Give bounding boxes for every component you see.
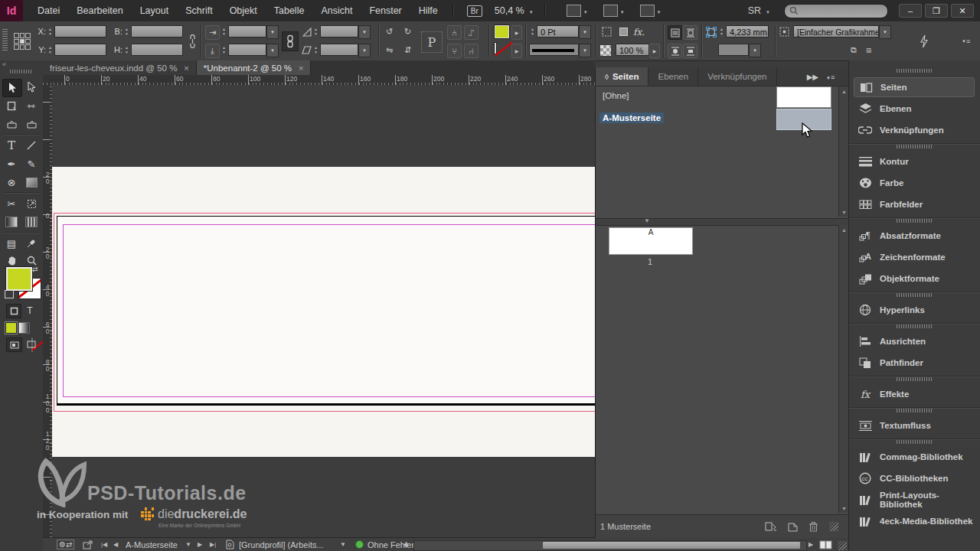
fill-swatch[interactable] <box>6 267 32 291</box>
scale-x-spinner[interactable] <box>220 25 227 38</box>
master-name-selected[interactable]: A-Musterseite <box>599 112 664 123</box>
scroll-right-icon[interactable]: ▶ <box>808 539 813 550</box>
gradient-feather-tool[interactable] <box>22 214 41 230</box>
panel-grip[interactable] <box>2 29 8 52</box>
object-style-dropdown[interactable] <box>879 25 891 39</box>
scale-y-dropdown[interactable] <box>266 44 279 57</box>
dock-item-zeichenformate[interactable]: A Zeichenformate <box>854 247 975 267</box>
master-name[interactable]: [Ohne] <box>599 90 632 101</box>
rotation-angle-field[interactable] <box>320 25 358 37</box>
page[interactable] <box>57 216 595 406</box>
wrap-jump-button[interactable] <box>683 44 697 58</box>
object-style-field[interactable]: [Einfacher Grafikrahmen]+ <box>793 25 879 37</box>
wrap-object-shape-button[interactable] <box>668 44 682 58</box>
spread-view-button[interactable] <box>819 539 833 550</box>
dock-item-pathfinder[interactable]: Pathfinder <box>854 353 975 373</box>
maximize-button[interactable]: ❐ <box>925 4 948 18</box>
page-select-value[interactable]: A-Musterseite <box>126 539 184 550</box>
dock-item-farbe[interactable]: Farbe <box>854 173 975 193</box>
dock-item-seiten[interactable]: Seiten <box>854 77 975 97</box>
opacity-field[interactable]: 100 % <box>616 44 649 56</box>
type-tool[interactable]: T <box>2 137 21 154</box>
corner-style-dropdown[interactable] <box>718 44 749 56</box>
dock-item-print-layouts-bibliothek[interactable]: Print-Layouts-Bibliothek <box>854 490 975 510</box>
select-content-button[interactable]: ⑂ <box>447 44 462 58</box>
content-collector-tool[interactable] <box>2 116 21 132</box>
dock-grip[interactable] <box>897 293 932 297</box>
page-tool[interactable] <box>2 97 21 114</box>
document-tab-inactive[interactable]: friseur-les-cheveux.indd @ 50 % × <box>43 60 197 75</box>
stroke-weight-field[interactable]: 0 Pt <box>537 25 579 37</box>
preflight-menu-button[interactable]: ⚙⇄ <box>57 539 74 550</box>
line-tool[interactable] <box>22 137 41 154</box>
scale-link-button[interactable] <box>282 31 299 51</box>
workspace-switcher[interactable]: SR <box>748 5 770 16</box>
flip-horizontal-button[interactable]: ⇋ <box>383 44 396 57</box>
corner-radius-field[interactable]: 4,233 mm <box>726 25 769 37</box>
arrange-documents-dropdown[interactable] <box>640 5 662 17</box>
close-icon[interactable]: × <box>299 64 303 73</box>
object-target-icon[interactable] <box>617 25 630 38</box>
y-field[interactable] <box>54 44 106 56</box>
pasteboard[interactable] <box>52 167 595 457</box>
master-thumbnail[interactable] <box>776 86 831 108</box>
dock-item-objektformate[interactable]: Objektformate <box>854 269 975 289</box>
dock-item-farbfelder[interactable]: Farbfelder <box>854 194 975 214</box>
width-field[interactable] <box>131 25 183 37</box>
menu-objekt[interactable]: Objekt <box>221 0 266 21</box>
collapse-tools-icon[interactable]: « <box>0 60 43 68</box>
rotation-spinner[interactable] <box>312 25 319 38</box>
dock-grip[interactable] <box>897 219 932 223</box>
dock-grip[interactable] <box>897 377 932 381</box>
effects-menu-button[interactable]: fx. <box>632 25 645 38</box>
formatting-container-button[interactable] <box>6 304 21 318</box>
resize-grip[interactable] <box>838 541 847 550</box>
menu-bearbeiten[interactable]: Bearbeiten <box>68 0 131 21</box>
masters-scrollbar[interactable]: ▲ ▼ <box>838 86 849 217</box>
menu-layout[interactable]: Layout <box>132 0 178 21</box>
first-page-button[interactable]: |◀ <box>101 539 107 550</box>
delete-page-button[interactable] <box>808 521 818 532</box>
corner-radius-spinner[interactable] <box>718 25 725 38</box>
tab-verknuepfungen[interactable]: Verknüpfungen <box>698 67 776 86</box>
dock-item-absatzformate[interactable]: ¶ Absatzformate <box>854 226 975 246</box>
fill-color-swatch[interactable] <box>495 25 509 38</box>
preview-mode-button[interactable] <box>24 337 38 350</box>
stroke-weight-spinner[interactable] <box>529 25 536 38</box>
eyedropper-tool[interactable] <box>22 235 41 252</box>
horizontal-scrollbar-thumb[interactable] <box>543 542 800 549</box>
stroke-color-dropdown[interactable]: ▶ <box>511 44 522 58</box>
stroke-weight-dropdown[interactable] <box>579 25 591 39</box>
menu-ansicht[interactable]: Ansicht <box>312 0 361 21</box>
corner-style-arrow[interactable] <box>749 44 761 57</box>
hand-tool[interactable] <box>2 252 21 269</box>
menu-schrift[interactable]: Schrift <box>177 0 220 21</box>
close-icon[interactable]: × <box>184 64 188 73</box>
select-previous-object-button[interactable]: ⑀ <box>464 25 479 40</box>
page-select-dropdown[interactable]: ▼ <box>185 539 191 550</box>
stroke-type-arrow[interactable] <box>579 44 591 57</box>
quick-apply-icon[interactable] <box>916 31 933 51</box>
preflight-profile-dropdown[interactable]: ▼ <box>340 539 346 550</box>
master-row-ohne[interactable]: [Ohne] <box>596 86 849 108</box>
dock-item-effekte[interactable]: fx Effekte <box>854 384 975 404</box>
x-spinner[interactable] <box>47 25 54 38</box>
wrap-bounding-box-button[interactable] <box>683 25 697 40</box>
pencil-tool[interactable]: ✎ <box>22 155 41 172</box>
dock-item-cc-bibliotheken[interactable]: cc CC-Bibliotheken <box>854 468 975 488</box>
note-tool[interactable]: ▤ <box>2 235 21 252</box>
menu-hilfe[interactable]: Hilfe <box>410 0 446 21</box>
dock-grip[interactable] <box>897 69 932 73</box>
page-number[interactable]: 1 <box>609 257 691 266</box>
dock-item-kontur[interactable]: Kontur <box>854 152 975 171</box>
dock-grip[interactable] <box>897 324 932 328</box>
shear-angle-field[interactable] <box>320 44 358 56</box>
collapse-panel-icon[interactable]: ▶▶ <box>807 73 818 81</box>
share-button[interactable] <box>83 539 93 550</box>
panel-menu-icon[interactable]: ▼≡ <box>826 73 843 81</box>
free-transform-tool[interactable] <box>22 195 41 212</box>
close-button[interactable]: ✕ <box>951 4 974 18</box>
scale-x-dropdown[interactable] <box>266 25 279 39</box>
shear-dropdown[interactable] <box>358 44 371 57</box>
reference-point-locator[interactable] <box>14 33 31 50</box>
